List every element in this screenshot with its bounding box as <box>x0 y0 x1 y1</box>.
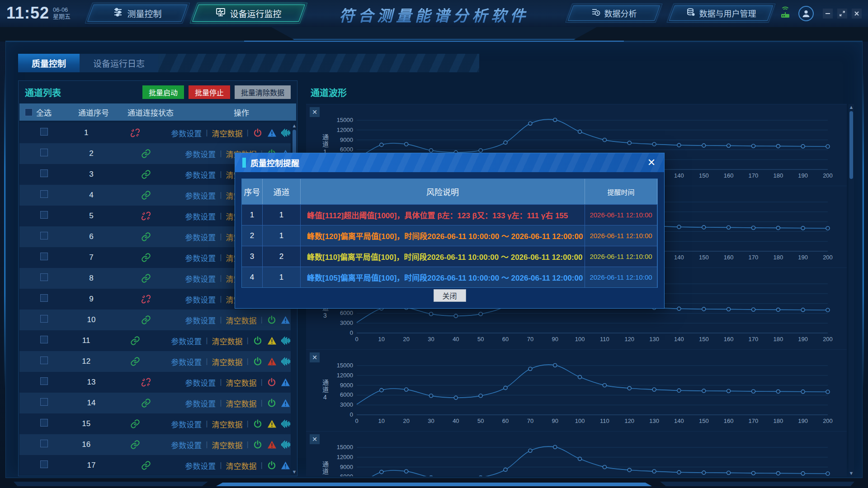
link-connected-icon <box>141 273 151 283</box>
param-settings-link[interactable]: 参数设置 <box>171 356 202 367</box>
row-checkbox[interactable] <box>40 357 48 364</box>
row-checkbox[interactable] <box>40 315 48 323</box>
nav-measure-control[interactable]: 测量控制 <box>90 5 184 22</box>
svg-text:9000: 9000 <box>340 464 353 470</box>
warning-icon[interactable] <box>267 336 277 346</box>
clear-data-link[interactable]: 清空数据 <box>212 335 243 347</box>
row-checkbox[interactable] <box>40 460 48 468</box>
param-settings-link[interactable]: 参数设置 <box>171 418 202 430</box>
charts-scrollbar[interactable]: ▲ ▼ <box>849 104 854 476</box>
waveform-icon[interactable] <box>281 128 291 138</box>
row-checkbox[interactable] <box>40 398 48 406</box>
power-icon[interactable] <box>267 315 277 325</box>
power-icon[interactable] <box>253 419 263 429</box>
user-avatar-icon[interactable] <box>798 6 814 21</box>
nav-device-monitor[interactable]: 设备运行监控 <box>195 5 302 22</box>
waveform-icon[interactable] <box>281 336 291 346</box>
power-icon[interactable] <box>253 440 263 450</box>
nav-data-analysis[interactable]: 数据分析 <box>571 5 657 21</box>
warning-icon[interactable] <box>267 357 277 366</box>
param-settings-link[interactable]: 参数设置 <box>185 211 216 222</box>
power-icon[interactable] <box>267 398 277 408</box>
param-settings-link[interactable]: 参数设置 <box>185 273 216 284</box>
minimize-icon[interactable] <box>823 9 833 19</box>
nav-data-user-mgmt[interactable]: 数据与用户管理 <box>672 5 770 21</box>
tab-quality-control[interactable]: 质量控制 <box>18 54 80 72</box>
row-checkbox[interactable] <box>40 232 48 239</box>
select-all-checkbox[interactable] <box>25 108 33 116</box>
waveform-icon[interactable] <box>281 419 291 429</box>
row-checkbox[interactable] <box>40 211 48 219</box>
scroll-up-icon[interactable]: ▲ <box>292 122 297 129</box>
chart-close-icon[interactable]: ✕ <box>310 434 320 444</box>
svg-text:140: 140 <box>674 418 684 424</box>
clear-data-link[interactable]: 清空数据 <box>226 377 257 388</box>
clear-data-link[interactable]: 清空数据 <box>226 314 257 326</box>
clear-data-link[interactable]: 清空数据 <box>226 460 257 471</box>
param-settings-link[interactable]: 参数设置 <box>171 127 202 139</box>
svg-text:190: 190 <box>798 172 808 179</box>
warning-icon[interactable] <box>281 315 291 325</box>
row-checkbox[interactable] <box>40 190 48 198</box>
batch-stop-button[interactable]: 批量停止 <box>189 85 230 99</box>
param-settings-link[interactable]: 参数设置 <box>171 335 202 347</box>
row-checkbox[interactable] <box>40 169 48 177</box>
close-icon[interactable] <box>852 9 862 19</box>
clear-data-link[interactable]: 清空数据 <box>212 418 243 430</box>
modal-close-button[interactable]: 关闭 <box>434 289 466 302</box>
row-checkbox[interactable] <box>40 419 48 427</box>
svg-text:160: 160 <box>724 254 734 261</box>
scroll-down-icon[interactable]: ▼ <box>849 470 854 476</box>
param-settings-link[interactable]: 参数设置 <box>185 148 216 160</box>
batch-start-button[interactable]: 批量启动 <box>142 85 184 99</box>
row-checkbox[interactable] <box>40 377 48 385</box>
chart-close-icon[interactable]: ✕ <box>310 352 320 362</box>
warning-icon[interactable] <box>267 419 277 429</box>
maximize-icon[interactable] <box>837 9 847 19</box>
warning-icon[interactable] <box>281 460 291 470</box>
nav-label: 数据分析 <box>604 7 637 19</box>
alert-time: 2026-06-11 12:10:00 <box>585 267 657 287</box>
warning-icon[interactable] <box>281 398 291 408</box>
row-checkbox[interactable] <box>40 440 48 447</box>
chart-close-icon[interactable]: ✕ <box>310 107 320 117</box>
warning-icon[interactable] <box>267 440 277 450</box>
modal-close-icon[interactable]: ✕ <box>645 156 658 169</box>
waveform-icon[interactable] <box>281 440 291 450</box>
row-checkbox[interactable] <box>40 336 48 343</box>
waveform-icon[interactable] <box>281 357 291 366</box>
clear-data-link[interactable]: 清空数据 <box>212 127 243 139</box>
param-settings-link[interactable]: 参数设置 <box>185 398 216 409</box>
network-device-icon[interactable] <box>778 6 792 21</box>
param-settings-link[interactable]: 参数设置 <box>185 252 216 263</box>
param-settings-link[interactable]: 参数设置 <box>171 439 202 450</box>
scroll-down-icon[interactable]: ▼ <box>292 469 297 475</box>
tab-device-log[interactable]: 设备运行日志 <box>80 54 158 72</box>
clear-data-link[interactable]: 清空数据 <box>212 439 243 450</box>
warning-icon[interactable] <box>281 377 291 387</box>
param-settings-link[interactable]: 参数设置 <box>185 231 216 243</box>
power-icon[interactable] <box>253 336 263 346</box>
row-checkbox[interactable] <box>40 128 48 136</box>
power-icon[interactable] <box>267 377 277 387</box>
row-checkbox[interactable] <box>40 149 48 156</box>
svg-text:60: 60 <box>502 418 509 424</box>
scroll-up-icon[interactable]: ▲ <box>849 104 854 110</box>
param-settings-link[interactable]: 参数设置 <box>185 190 216 201</box>
param-settings-link[interactable]: 参数设置 <box>185 314 216 326</box>
row-checkbox[interactable] <box>40 294 48 302</box>
batch-clear-button[interactable]: 批量清除数据 <box>235 85 291 99</box>
param-settings-link[interactable]: 参数设置 <box>185 294 216 305</box>
power-icon[interactable] <box>253 357 263 366</box>
param-settings-link[interactable]: 参数设置 <box>185 460 216 471</box>
clear-data-link[interactable]: 清空数据 <box>212 356 243 367</box>
power-icon[interactable] <box>253 128 263 138</box>
warning-icon[interactable] <box>267 128 277 138</box>
param-settings-link[interactable]: 参数设置 <box>185 377 216 388</box>
row-checkbox[interactable] <box>40 273 48 281</box>
param-settings-link[interactable]: 参数设置 <box>185 169 216 180</box>
power-icon[interactable] <box>267 460 277 470</box>
clear-data-link[interactable]: 清空数据 <box>226 398 257 409</box>
bottom-decoration-center <box>216 483 652 486</box>
row-checkbox[interactable] <box>40 253 48 260</box>
